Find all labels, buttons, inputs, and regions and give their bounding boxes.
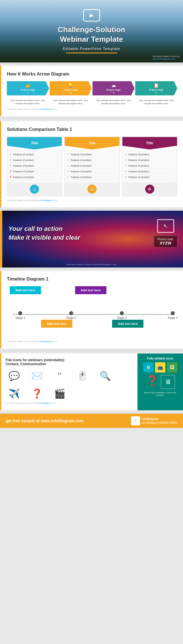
cta-promo-label: Promo code:: [157, 238, 174, 241]
comp-header-2: Title: [65, 137, 119, 149]
slide5-watermark: Get these slides & icons at www.infoDiag…: [7, 340, 177, 343]
comp-feature: ✓Feature of product: [9, 157, 59, 163]
footer-logo: i infoDiagram pre-designed editable slid…: [131, 416, 177, 425]
icons-grid: 💬 ✉️ " 🖱️ 🔍 ✈️ ❓ 🎬: [6, 371, 133, 399]
big-monitor-box: 🖥: [161, 375, 175, 389]
cta-content: Your call to action Make it visible and …: [0, 211, 183, 253]
icons-title-line2: Contact, Communication: [6, 362, 133, 366]
comp-col-1: Title ✓Feature of product ✓Feature of pr…: [7, 137, 62, 196]
quote-icon: ": [58, 371, 62, 382]
comp-features-2: ✓Feature of product ✓Feature of product …: [65, 149, 119, 182]
cta-text: Your call to action Make it visible and …: [9, 225, 154, 242]
arrow-icon-4: 📋: [149, 83, 163, 88]
arrow-icon-3: ☁: [106, 83, 121, 88]
stage-3: Stage 3: [117, 311, 127, 319]
hero-accent-line: [66, 53, 117, 53]
comp-header-1: Title: [7, 137, 62, 149]
send-icon: ✈️: [9, 388, 20, 399]
icons-title-line1: Flat icons for webinars (extendable):: [6, 358, 133, 362]
slide3-watermark: Get these slides & icons at www.InfoDiag…: [7, 199, 177, 202]
comp-feature: ✓Feature of product: [125, 152, 175, 157]
stage-1: Stage 1: [15, 311, 25, 319]
slide3-title: Solutions Comparison Table 1: [7, 127, 177, 132]
cta-watermark: Get these slides & icons at www.infoDiag…: [66, 263, 117, 266]
stage-label-3: Stage 3: [117, 316, 127, 319]
icon-item-quote: ": [51, 371, 68, 382]
arrow-label-2: Project stage2: [63, 89, 78, 94]
comp-feature: ✗Feature of product: [9, 169, 59, 174]
comp-feature: ✓Feature of product: [9, 152, 59, 157]
icon-big-row: ❓ 🖥: [146, 375, 175, 389]
stage-4: Stage 4: [168, 311, 178, 319]
slide-how-it-works: How It Works Arrow Diagram 👍Project stag…: [0, 66, 183, 116]
search-icon: 🔍: [100, 371, 111, 381]
arrow-desc-4: Your sample description here. Your sampl…: [135, 99, 177, 105]
comp-feature: ✓Feature of product: [9, 163, 59, 169]
timeline-box-below-2: Add text here: [41, 320, 72, 328]
comp-footer-1: 💧: [7, 182, 62, 196]
arrows-row: 👍Project stage1 💡Project stage2 ☁Project…: [7, 81, 177, 95]
footer-banner: get free sample at www.infoDiagram.com i…: [0, 414, 183, 428]
arrow-item-4: 📋Project stage4: [135, 81, 177, 95]
slide-comparison: Solutions Comparison Table 1 Title ✓Feat…: [0, 121, 183, 207]
cta-line1: Your call to action: [9, 225, 154, 233]
cta-monitor-icon: [157, 219, 174, 233]
comparison-row: Title ✓Feature of product ✓Feature of pr…: [7, 137, 177, 196]
timeline-box-below-4: Add text here: [112, 320, 143, 328]
slide-timeline: Timeline Diagram 1 Add text here Add tex…: [0, 271, 183, 348]
email-icon: ✉️: [31, 371, 43, 381]
video-icon: 🎬: [54, 388, 65, 399]
icon-right-frame: 🖼: [167, 362, 177, 373]
stage-label-4: Stage 4: [168, 316, 178, 319]
icons-right-panel: Fully editable icons 🖥 📺 🖼 ❓ 🖥 More icon…: [137, 354, 183, 410]
cta-promo-box: Promo code: XYZW: [154, 236, 177, 247]
footer-logo-text: infoDiagram pre-designed editable slides: [142, 417, 177, 425]
icon-item-send: ✈️: [6, 388, 23, 399]
arrow-shape-3: ☁Project stage3: [92, 81, 135, 95]
play-icon: [83, 9, 100, 22]
comp-col-3: Title ✓Feature of product ✓Feature of pr…: [122, 137, 177, 196]
comp-badge-2: ⊙: [87, 185, 96, 194]
slide-icons: Flat icons for webinars (extendable): Co…: [0, 354, 183, 410]
slide-cta: Your call to action Make it visible and …: [0, 211, 183, 267]
comp-feature: ✓Feature of product: [67, 152, 117, 157]
slide6-watermark: Get these slides & icons at www.InfoDiag…: [6, 402, 133, 404]
cta-right: Promo code: XYZW: [154, 219, 177, 247]
arrow-label-1: Project stage1: [21, 89, 35, 94]
comp-footer-2: ⊙: [65, 182, 119, 196]
more-icons-text: More icons available. Check our website.: [141, 391, 180, 396]
arrow-shape-1: 👍Project stage1: [7, 81, 49, 95]
icons-title: Flat icons for webinars (extendable): Co…: [6, 358, 133, 366]
arrow-desc-1: Your sample description here. Your sampl…: [7, 99, 49, 105]
arrow-icon-2: 💡: [63, 83, 78, 88]
arrow-label-4: Project stage4: [149, 89, 163, 94]
hero-title: Challenge-SolutionWebinar Template: [58, 25, 125, 44]
icons-right-title: Fully editable icons: [147, 357, 174, 360]
big-question-icon: ❓: [146, 375, 159, 389]
slide2-watermark: Get these slides & icons at www.InfoDiag…: [7, 108, 177, 110]
hero-watermark: Get these slides & icons atwww.infoDiagr…: [153, 55, 180, 60]
cursor-icon: 🖱️: [77, 371, 88, 381]
icon-right-monitor: 🖥: [143, 362, 153, 373]
comp-badge-3: ⚙: [145, 185, 154, 194]
timeline-box-above-1: Add text here: [10, 286, 41, 294]
arrow-label-3: Project stage3: [106, 89, 121, 94]
stage-2: Stage 2: [66, 311, 76, 319]
comp-feature: ✓Feature of product: [67, 169, 117, 174]
comp-feature: ✓Feature of product: [67, 174, 117, 180]
comp-feature: ✗Feature of product: [9, 174, 59, 180]
arrow-desc-2: Your sample description here. Your sampl…: [50, 99, 92, 105]
comp-feature: ✓Feature of product: [67, 163, 117, 169]
comp-feature: ✓Feature of product: [125, 169, 175, 174]
timeline-box-above-3: Add text here: [75, 286, 106, 294]
chat-icon: 💬: [9, 371, 20, 381]
slide5-title: Timeline Diagram 1: [7, 277, 177, 282]
icon-right-grid: 🖥 📺 🖼: [143, 362, 177, 373]
timeline-stages: Stage 1 Stage 2 Stage 3 Stage 4: [15, 311, 178, 319]
hero-subtitle: Editable PowerPoint Template: [63, 47, 120, 51]
stage-label-2: Stage 2: [66, 316, 76, 319]
comp-feature: ✓Feature of product: [125, 163, 175, 169]
question-icon: ❓: [31, 388, 43, 399]
icons-left-panel: Flat icons for webinars (extendable): Co…: [0, 354, 137, 410]
arrow-shape-2: 💡Project stage2: [50, 81, 92, 95]
